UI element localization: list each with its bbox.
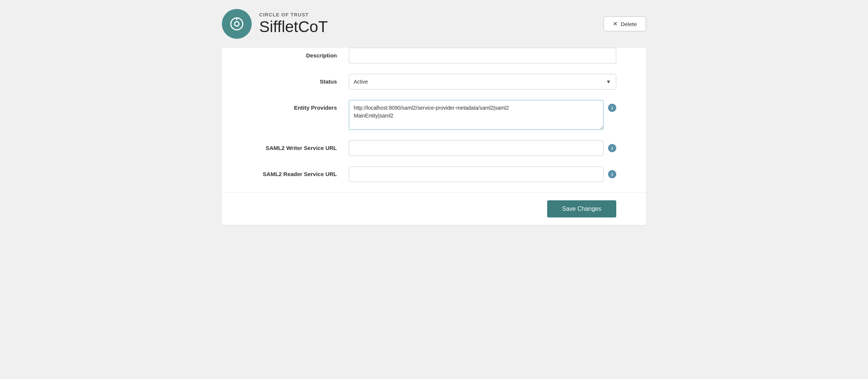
saml2-reader-row: SAML2 Reader Service URL i <box>252 166 616 182</box>
entity-providers-row: Entity Providers http://localhost:8090/s… <box>252 100 616 130</box>
logo-icon <box>229 16 245 32</box>
status-control: Active Inactive ▼ <box>349 74 616 90</box>
logo-circle <box>222 9 252 39</box>
delete-button[interactable]: ✕ Delete <box>604 16 646 31</box>
header-subtitle: Circle of Trust <box>259 12 328 18</box>
description-input[interactable] <box>349 48 616 63</box>
page-header: Circle of Trust SiffletCoT ✕ Delete <box>222 9 646 39</box>
entity-providers-label: Entity Providers <box>252 100 349 112</box>
footer-bar: Save Changes <box>222 192 646 225</box>
saml2-writer-control: i <box>349 140 616 156</box>
saml2-writer-row: SAML2 Writer Service URL i <box>252 140 616 156</box>
status-label: Status <box>252 74 349 85</box>
saml2-reader-label: SAML2 Reader Service URL <box>252 166 349 178</box>
saml2-reader-control: i <box>349 166 616 182</box>
header-left: Circle of Trust SiffletCoT <box>222 9 328 39</box>
description-row: Description <box>252 48 616 63</box>
saml2-writer-info-icon[interactable]: i <box>608 144 616 152</box>
delete-label: Delete <box>621 21 637 27</box>
status-row: Status Active Inactive ▼ <box>252 74 616 90</box>
delete-x-icon: ✕ <box>613 21 618 27</box>
save-changes-button[interactable]: Save Changes <box>547 200 616 217</box>
saml2-writer-label: SAML2 Writer Service URL <box>252 140 349 152</box>
svg-point-1 <box>235 22 239 26</box>
form-section: Description Status Active Inactive ▼ <box>222 48 646 182</box>
saml2-reader-info-icon[interactable]: i <box>608 170 616 178</box>
main-card: Description Status Active Inactive ▼ <box>222 48 646 225</box>
header-title-group: Circle of Trust SiffletCoT <box>259 12 328 35</box>
description-control <box>349 48 616 63</box>
saml2-writer-input[interactable] <box>349 140 604 156</box>
description-label: Description <box>252 48 349 59</box>
entity-providers-info-icon[interactable]: i <box>608 104 616 112</box>
entity-providers-textarea[interactable]: http://localhost:8090/saml2/service-prov… <box>349 100 604 130</box>
saml2-reader-input[interactable] <box>349 166 604 182</box>
entity-providers-control: http://localhost:8090/saml2/service-prov… <box>349 100 616 130</box>
header-title: SiffletCoT <box>259 18 328 35</box>
status-select-wrapper: Active Inactive ▼ <box>349 74 616 90</box>
status-select[interactable]: Active Inactive <box>349 74 616 90</box>
